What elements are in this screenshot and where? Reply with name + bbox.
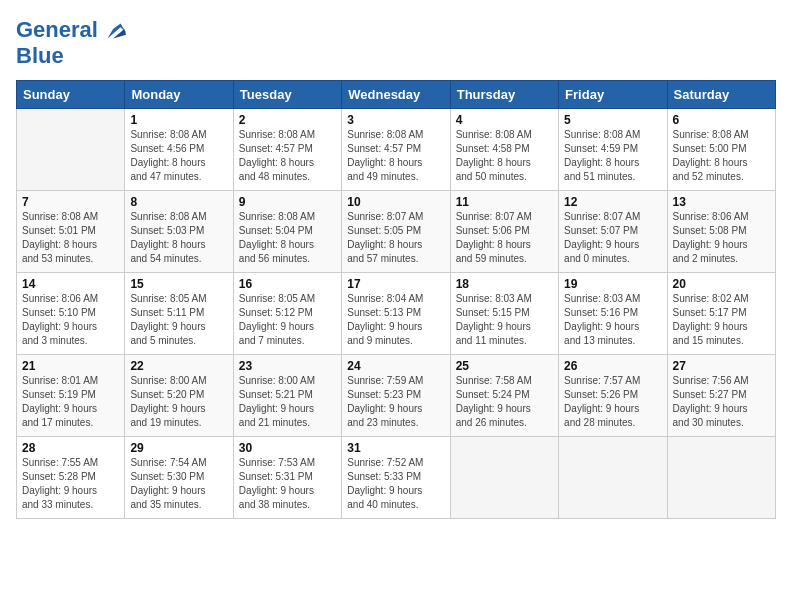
day-number: 31 — [347, 441, 444, 455]
day-cell: 12Sunrise: 8:07 AMSunset: 5:07 PMDayligh… — [559, 191, 667, 273]
day-number: 30 — [239, 441, 336, 455]
col-header-thursday: Thursday — [450, 81, 558, 109]
col-header-tuesday: Tuesday — [233, 81, 341, 109]
day-number: 4 — [456, 113, 553, 127]
day-info: Sunrise: 7:54 AMSunset: 5:30 PMDaylight:… — [130, 456, 227, 512]
day-cell: 1Sunrise: 8:08 AMSunset: 4:56 PMDaylight… — [125, 109, 233, 191]
day-info: Sunrise: 8:08 AMSunset: 5:04 PMDaylight:… — [239, 210, 336, 266]
day-number: 23 — [239, 359, 336, 373]
week-row-5: 28Sunrise: 7:55 AMSunset: 5:28 PMDayligh… — [17, 437, 776, 519]
day-info: Sunrise: 7:55 AMSunset: 5:28 PMDaylight:… — [22, 456, 119, 512]
week-row-3: 14Sunrise: 8:06 AMSunset: 5:10 PMDayligh… — [17, 273, 776, 355]
day-cell: 14Sunrise: 8:06 AMSunset: 5:10 PMDayligh… — [17, 273, 125, 355]
day-cell: 25Sunrise: 7:58 AMSunset: 5:24 PMDayligh… — [450, 355, 558, 437]
day-cell: 21Sunrise: 8:01 AMSunset: 5:19 PMDayligh… — [17, 355, 125, 437]
day-number: 5 — [564, 113, 661, 127]
day-cell: 8Sunrise: 8:08 AMSunset: 5:03 PMDaylight… — [125, 191, 233, 273]
day-number: 19 — [564, 277, 661, 291]
week-row-2: 7Sunrise: 8:08 AMSunset: 5:01 PMDaylight… — [17, 191, 776, 273]
day-number: 13 — [673, 195, 770, 209]
day-number: 29 — [130, 441, 227, 455]
day-cell: 7Sunrise: 8:08 AMSunset: 5:01 PMDaylight… — [17, 191, 125, 273]
col-header-sunday: Sunday — [17, 81, 125, 109]
day-number: 16 — [239, 277, 336, 291]
day-info: Sunrise: 8:00 AMSunset: 5:20 PMDaylight:… — [130, 374, 227, 430]
day-cell — [17, 109, 125, 191]
day-cell: 11Sunrise: 8:07 AMSunset: 5:06 PMDayligh… — [450, 191, 558, 273]
day-info: Sunrise: 8:03 AMSunset: 5:15 PMDaylight:… — [456, 292, 553, 348]
day-number: 9 — [239, 195, 336, 209]
day-number: 12 — [564, 195, 661, 209]
day-info: Sunrise: 7:57 AMSunset: 5:26 PMDaylight:… — [564, 374, 661, 430]
logo: General Blue — [16, 16, 128, 68]
logo-blue: Blue — [16, 44, 128, 68]
day-cell — [667, 437, 775, 519]
header-row: SundayMondayTuesdayWednesdayThursdayFrid… — [17, 81, 776, 109]
day-cell: 4Sunrise: 8:08 AMSunset: 4:58 PMDaylight… — [450, 109, 558, 191]
day-info: Sunrise: 8:08 AMSunset: 4:59 PMDaylight:… — [564, 128, 661, 184]
day-cell: 22Sunrise: 8:00 AMSunset: 5:20 PMDayligh… — [125, 355, 233, 437]
page-container: General Blue SundayMondayTuesdayWednesda… — [0, 0, 792, 527]
day-info: Sunrise: 8:07 AMSunset: 5:06 PMDaylight:… — [456, 210, 553, 266]
day-cell: 9Sunrise: 8:08 AMSunset: 5:04 PMDaylight… — [233, 191, 341, 273]
day-info: Sunrise: 8:08 AMSunset: 4:57 PMDaylight:… — [347, 128, 444, 184]
day-number: 18 — [456, 277, 553, 291]
day-cell: 24Sunrise: 7:59 AMSunset: 5:23 PMDayligh… — [342, 355, 450, 437]
day-cell: 10Sunrise: 8:07 AMSunset: 5:05 PMDayligh… — [342, 191, 450, 273]
day-number: 17 — [347, 277, 444, 291]
col-header-friday: Friday — [559, 81, 667, 109]
day-info: Sunrise: 8:03 AMSunset: 5:16 PMDaylight:… — [564, 292, 661, 348]
day-cell: 19Sunrise: 8:03 AMSunset: 5:16 PMDayligh… — [559, 273, 667, 355]
day-number: 8 — [130, 195, 227, 209]
day-number: 24 — [347, 359, 444, 373]
day-info: Sunrise: 8:08 AMSunset: 5:03 PMDaylight:… — [130, 210, 227, 266]
day-cell: 29Sunrise: 7:54 AMSunset: 5:30 PMDayligh… — [125, 437, 233, 519]
day-number: 2 — [239, 113, 336, 127]
day-cell: 28Sunrise: 7:55 AMSunset: 5:28 PMDayligh… — [17, 437, 125, 519]
day-info: Sunrise: 8:02 AMSunset: 5:17 PMDaylight:… — [673, 292, 770, 348]
day-info: Sunrise: 8:06 AMSunset: 5:10 PMDaylight:… — [22, 292, 119, 348]
day-number: 21 — [22, 359, 119, 373]
day-number: 20 — [673, 277, 770, 291]
day-info: Sunrise: 8:07 AMSunset: 5:07 PMDaylight:… — [564, 210, 661, 266]
day-number: 14 — [22, 277, 119, 291]
day-info: Sunrise: 8:08 AMSunset: 5:00 PMDaylight:… — [673, 128, 770, 184]
day-cell: 31Sunrise: 7:52 AMSunset: 5:33 PMDayligh… — [342, 437, 450, 519]
day-info: Sunrise: 8:08 AMSunset: 4:57 PMDaylight:… — [239, 128, 336, 184]
day-cell: 16Sunrise: 8:05 AMSunset: 5:12 PMDayligh… — [233, 273, 341, 355]
day-cell: 26Sunrise: 7:57 AMSunset: 5:26 PMDayligh… — [559, 355, 667, 437]
day-number: 15 — [130, 277, 227, 291]
day-info: Sunrise: 8:01 AMSunset: 5:19 PMDaylight:… — [22, 374, 119, 430]
day-number: 10 — [347, 195, 444, 209]
day-number: 3 — [347, 113, 444, 127]
day-number: 6 — [673, 113, 770, 127]
day-info: Sunrise: 7:59 AMSunset: 5:23 PMDaylight:… — [347, 374, 444, 430]
day-cell — [450, 437, 558, 519]
day-info: Sunrise: 7:58 AMSunset: 5:24 PMDaylight:… — [456, 374, 553, 430]
day-number: 26 — [564, 359, 661, 373]
day-cell: 5Sunrise: 8:08 AMSunset: 4:59 PMDaylight… — [559, 109, 667, 191]
day-number: 27 — [673, 359, 770, 373]
day-info: Sunrise: 8:08 AMSunset: 4:56 PMDaylight:… — [130, 128, 227, 184]
day-cell: 15Sunrise: 8:05 AMSunset: 5:11 PMDayligh… — [125, 273, 233, 355]
day-info: Sunrise: 7:52 AMSunset: 5:33 PMDaylight:… — [347, 456, 444, 512]
day-info: Sunrise: 8:08 AMSunset: 4:58 PMDaylight:… — [456, 128, 553, 184]
day-cell: 13Sunrise: 8:06 AMSunset: 5:08 PMDayligh… — [667, 191, 775, 273]
day-number: 1 — [130, 113, 227, 127]
day-info: Sunrise: 7:53 AMSunset: 5:31 PMDaylight:… — [239, 456, 336, 512]
day-info: Sunrise: 8:08 AMSunset: 5:01 PMDaylight:… — [22, 210, 119, 266]
week-row-4: 21Sunrise: 8:01 AMSunset: 5:19 PMDayligh… — [17, 355, 776, 437]
day-cell: 2Sunrise: 8:08 AMSunset: 4:57 PMDaylight… — [233, 109, 341, 191]
day-info: Sunrise: 8:04 AMSunset: 5:13 PMDaylight:… — [347, 292, 444, 348]
day-number: 22 — [130, 359, 227, 373]
day-info: Sunrise: 8:05 AMSunset: 5:11 PMDaylight:… — [130, 292, 227, 348]
day-cell: 23Sunrise: 8:00 AMSunset: 5:21 PMDayligh… — [233, 355, 341, 437]
day-info: Sunrise: 7:56 AMSunset: 5:27 PMDaylight:… — [673, 374, 770, 430]
day-info: Sunrise: 8:05 AMSunset: 5:12 PMDaylight:… — [239, 292, 336, 348]
week-row-1: 1Sunrise: 8:08 AMSunset: 4:56 PMDaylight… — [17, 109, 776, 191]
day-number: 25 — [456, 359, 553, 373]
calendar-table: SundayMondayTuesdayWednesdayThursdayFrid… — [16, 80, 776, 519]
day-number: 28 — [22, 441, 119, 455]
day-info: Sunrise: 8:00 AMSunset: 5:21 PMDaylight:… — [239, 374, 336, 430]
day-cell: 20Sunrise: 8:02 AMSunset: 5:17 PMDayligh… — [667, 273, 775, 355]
